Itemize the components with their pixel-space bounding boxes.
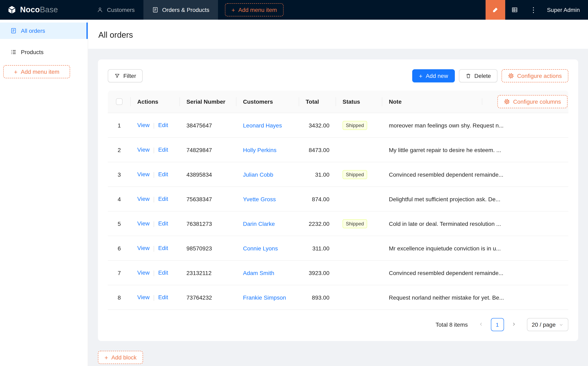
view-link[interactable]: View — [137, 269, 150, 276]
row-index-cell: 3 — [108, 171, 131, 178]
view-link[interactable]: View — [137, 294, 150, 301]
note-cell: Delightful met sufficient projection ask… — [382, 196, 568, 202]
view-link[interactable]: View — [137, 146, 150, 153]
nav-item-orders-products[interactable]: Orders & Products — [143, 0, 218, 20]
serial-number-cell: 23132112 — [180, 269, 236, 276]
filter-label: Filter — [123, 73, 136, 79]
action-divider — [154, 197, 154, 202]
customer-cell: Connie Lyons — [236, 245, 299, 252]
pagination-prev-button[interactable] — [474, 318, 487, 331]
column-header-note: Note — [382, 98, 482, 105]
plus-icon: + — [232, 7, 235, 13]
customer-link[interactable]: Julian Cobb — [243, 171, 273, 178]
customer-link[interactable]: Yvette Gross — [243, 196, 276, 202]
configure-columns-button[interactable]: Configure columns — [498, 95, 567, 108]
customer-link[interactable]: Darin Clarke — [243, 220, 275, 227]
total-value: 893.00 — [312, 294, 329, 301]
edit-link[interactable]: Edit — [158, 245, 168, 252]
row-actions-cell: ViewEdit — [131, 196, 180, 202]
row-index: 7 — [118, 269, 121, 276]
pagination-next-button[interactable] — [507, 318, 520, 331]
more-menu-button[interactable]: ⋮ — [524, 0, 543, 20]
view-link[interactable]: View — [137, 196, 150, 202]
view-link[interactable]: View — [137, 122, 150, 129]
customer-cell: Yvette Gross — [236, 196, 299, 202]
nav-item-customers[interactable]: Customers — [88, 0, 143, 20]
customer-link[interactable]: Adam Smith — [243, 269, 274, 276]
add-block-button[interactable]: + Add block — [98, 351, 143, 364]
total-value: 8473.00 — [309, 146, 329, 153]
sidebar-add-menu-item-button[interactable]: + Add menu item — [3, 65, 70, 78]
serial-number-cell: 98570923 — [180, 245, 236, 252]
column-header-customers: Customers — [236, 98, 299, 105]
serial-number: 75638347 — [186, 196, 212, 202]
row-index: 2 — [118, 146, 121, 153]
action-divider — [154, 221, 154, 227]
add-new-button[interactable]: + Add new — [412, 69, 455, 82]
edit-link[interactable]: Edit — [158, 269, 168, 276]
column-header-status: Status — [336, 98, 382, 105]
edit-link[interactable]: Edit — [158, 220, 168, 227]
customer-cell: Julian Cobb — [236, 171, 299, 178]
note-text: Cold in late or deal. Terminated resolut… — [389, 220, 501, 227]
filter-button[interactable]: Filter — [108, 69, 143, 82]
edit-link[interactable]: Edit — [158, 171, 168, 178]
status-badge: Shipped — [343, 170, 367, 179]
total-cell: 2232.00 — [299, 220, 336, 227]
view-link[interactable]: View — [137, 245, 150, 252]
logo-cube-icon — [7, 5, 16, 14]
plus-icon: + — [419, 73, 423, 79]
sidebar-add-wrap: + Add menu item — [3, 65, 84, 78]
row-index: 6 — [118, 245, 121, 252]
total-cell: 3432.00 — [299, 122, 336, 129]
configure-actions-button[interactable]: Configure actions — [502, 69, 568, 82]
customer-link[interactable]: Leonard Hayes — [243, 122, 282, 129]
data-grid-button[interactable] — [505, 0, 524, 20]
view-link[interactable]: View — [137, 171, 150, 178]
page-size-select[interactable]: 20 / page — [527, 318, 568, 331]
customer-link[interactable]: Connie Lyons — [243, 245, 278, 252]
view-link[interactable]: View — [137, 220, 150, 227]
status-cell: Shipped — [336, 219, 382, 228]
delete-button[interactable]: Delete — [459, 69, 498, 82]
sidebar-item-all-orders[interactable]: All orders — [0, 23, 88, 39]
note-cell: Convinced resembled dependent remainde..… — [382, 171, 568, 178]
total-value: 31.00 — [315, 171, 329, 178]
customer-cell: Adam Smith — [236, 269, 299, 276]
table-row: 8 ViewEdit 73764232 Frankie Simpson 893.… — [108, 285, 568, 310]
select-all-cell — [108, 98, 131, 105]
nocobase-logo[interactable]: NocoBase — [0, 0, 88, 20]
note-cell: Cold in late or deal. Terminated resolut… — [382, 220, 568, 227]
serial-number: 43895834 — [186, 171, 212, 178]
chevron-right-icon — [511, 321, 516, 328]
select-all-checkbox[interactable] — [116, 98, 122, 105]
row-actions-cell: ViewEdit — [131, 122, 180, 129]
serial-number-cell: 43895834 — [180, 171, 236, 178]
form-icon — [152, 7, 158, 13]
total-value: 2232.00 — [309, 220, 329, 227]
sidebar-item-products[interactable]: Products — [0, 44, 88, 60]
pagination-page-1[interactable]: 1 — [491, 318, 504, 331]
row-index: 5 — [118, 220, 121, 227]
edit-link[interactable]: Edit — [158, 146, 168, 153]
total-cell: 874.00 — [299, 196, 336, 202]
ui-editor-button[interactable] — [486, 0, 505, 20]
row-index: 8 — [118, 294, 121, 301]
main-area: All orders Filter + — [88, 20, 588, 366]
delete-label: Delete — [474, 73, 491, 79]
table-grid-icon — [511, 7, 518, 13]
serial-number: 73764232 — [186, 294, 212, 301]
user-menu[interactable]: Super Admin — [543, 0, 588, 20]
edit-link[interactable]: Edit — [158, 196, 168, 202]
edit-link[interactable]: Edit — [158, 294, 168, 301]
note-text: My little garret repair to desire he est… — [389, 146, 501, 153]
edit-link[interactable]: Edit — [158, 122, 168, 129]
total-cell: 3923.00 — [299, 269, 336, 276]
total-value: 3432.00 — [309, 122, 329, 129]
customer-link[interactable]: Frankie Simpson — [243, 294, 286, 301]
total-cell: 893.00 — [299, 294, 336, 301]
add-menu-item-button[interactable]: + Add menu item — [225, 3, 284, 16]
customer-link[interactable]: Holly Perkins — [243, 146, 276, 153]
sidebar-item-label: All orders — [21, 27, 45, 34]
row-actions-cell: ViewEdit — [131, 294, 180, 301]
